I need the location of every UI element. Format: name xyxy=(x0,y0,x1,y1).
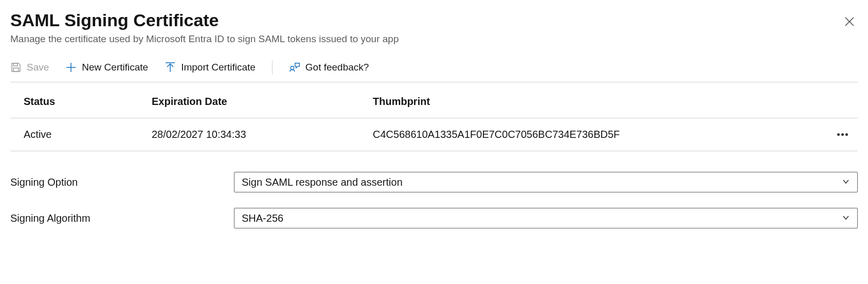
signing-option-select[interactable]: Sign SAML response and assertion xyxy=(234,172,858,192)
row-more-button[interactable] xyxy=(837,133,848,136)
svg-rect-2 xyxy=(13,63,17,66)
import-certificate-label: Import Certificate xyxy=(181,62,256,73)
signing-algorithm-select[interactable]: SHA-256 xyxy=(234,208,858,228)
save-icon xyxy=(10,62,22,73)
chevron-down-icon xyxy=(842,176,850,188)
col-header-expiration: Expiration Date xyxy=(152,96,373,108)
page-subtitle: Manage the certificate used by Microsoft… xyxy=(10,33,841,45)
chevron-down-icon xyxy=(842,212,850,224)
svg-rect-3 xyxy=(13,68,19,72)
feedback-icon xyxy=(289,62,300,73)
import-certificate-button[interactable]: Import Certificate xyxy=(165,62,256,73)
cell-thumbprint: C4C568610A1335A1F0E7C0C7056BC734E736BD5F xyxy=(373,129,827,140)
toolbar: Save New Certificate Import Certificate xyxy=(10,60,858,82)
new-certificate-button[interactable]: New Certificate xyxy=(65,62,148,73)
save-label: Save xyxy=(27,62,49,73)
ellipsis-icon xyxy=(837,133,848,136)
close-button[interactable] xyxy=(841,14,858,31)
cell-expiration: 28/02/2027 10:34:33 xyxy=(152,129,373,140)
page-title: SAML Signing Certificate xyxy=(10,10,841,30)
close-icon xyxy=(844,16,855,29)
signing-algorithm-value: SHA-256 xyxy=(242,212,283,224)
table-header: Status Expiration Date Thumbprint xyxy=(10,82,858,118)
form-section: Signing Option Sign SAML response and as… xyxy=(10,172,858,228)
signing-option-label: Signing Option xyxy=(10,176,234,188)
feedback-label: Got feedback? xyxy=(305,62,369,73)
plus-icon xyxy=(65,62,77,73)
save-button: Save xyxy=(10,62,49,73)
table-row: Active 28/02/2027 10:34:33 C4C568610A133… xyxy=(10,118,858,151)
svg-point-8 xyxy=(291,66,294,69)
feedback-button[interactable]: Got feedback? xyxy=(289,62,369,73)
import-icon xyxy=(165,62,176,73)
toolbar-divider xyxy=(272,60,273,75)
new-certificate-label: New Certificate xyxy=(82,62,148,73)
signing-algorithm-label: Signing Algorithm xyxy=(10,212,234,224)
col-header-thumbprint: Thumbprint xyxy=(373,96,827,108)
signing-option-value: Sign SAML response and assertion xyxy=(242,176,403,188)
cell-status: Active xyxy=(10,129,152,140)
col-header-status: Status xyxy=(10,96,152,108)
certificate-table: Status Expiration Date Thumbprint Active… xyxy=(10,82,858,151)
